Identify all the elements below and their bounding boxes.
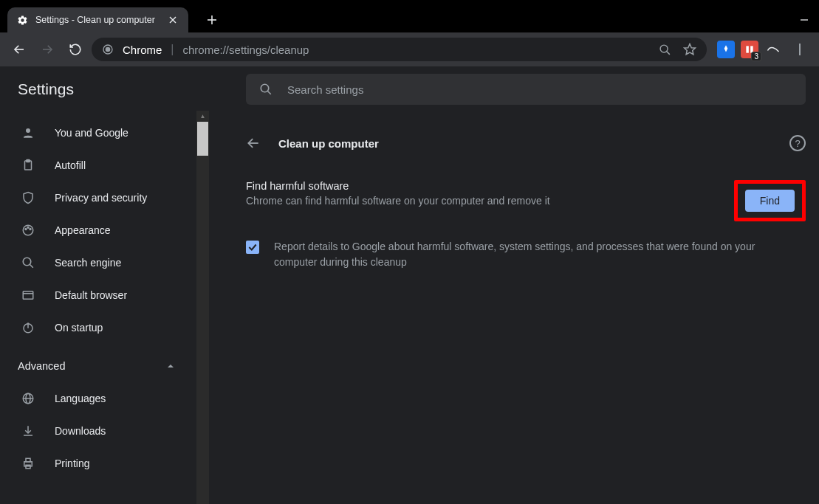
forward-button[interactable] [35,38,59,61]
find-harmful-title: Find harmful software [246,180,719,192]
shield-icon [21,190,35,205]
chrome-page-icon [102,44,114,55]
sidebar-item-label: Search engine [55,257,121,269]
svg-point-37 [261,84,269,92]
sidebar-item-privacy[interactable]: Privacy and security [0,182,209,214]
browser-tab[interactable]: Settings - Clean up computer [7,7,188,32]
back-button[interactable] [7,38,31,61]
globe-icon [21,391,35,406]
sidebar-item-label: Appearance [55,224,111,236]
extension-3-icon[interactable] [764,41,782,58]
power-icon [21,320,35,335]
sidebar-item-appearance[interactable]: Appearance [0,214,209,246]
chevron-up-icon [166,362,175,370]
sidebar-item-label: Printing [55,458,89,469]
sidebar-item-search-engine[interactable]: Search engine [0,246,209,279]
svg-point-22 [23,258,31,266]
palette-icon [21,223,35,238]
report-checkbox-label: Report details to Google about harmful s… [274,239,761,270]
scroll-up-arrow-icon[interactable]: ▲ [197,111,208,122]
svg-marker-11 [685,44,696,55]
find-button-highlight: Find [734,180,806,221]
sidebar-item-default-browser[interactable]: Default browser [0,279,209,311]
search-icon [259,83,273,96]
back-arrow-button[interactable] [246,136,261,151]
scrollbar-thumb[interactable] [197,122,208,156]
window-controls [800,7,819,32]
url-protocol: Chrome [123,44,162,56]
svg-point-21 [30,229,31,230]
download-icon [21,424,35,438]
person-icon [21,125,35,140]
sidebar-item-label: Downloads [55,425,106,437]
sidebar-item-on-startup[interactable]: On startup [0,311,209,344]
sidebar-item-label: You and Google [55,127,128,139]
page-title: Clean up computer [278,137,379,150]
svg-line-10 [667,51,670,54]
printer-icon [21,456,35,471]
new-tab-button[interactable] [202,10,222,30]
svg-rect-35 [26,458,30,462]
svg-point-20 [27,227,29,228]
svg-point-8 [106,47,109,51]
sidebar-item-languages[interactable]: Languages [0,382,209,415]
svg-line-23 [30,264,33,268]
svg-point-19 [25,229,27,230]
help-button[interactable]: ? [789,135,806,151]
settings-search-input[interactable]: Search settings [246,74,806,105]
sidebar-item-autofill[interactable]: Autofill [0,149,209,182]
find-harmful-subtitle: Chrome can find harmful software on your… [246,195,719,207]
extension-1-icon[interactable] [717,41,735,58]
sidebar-item-label: Default browser [55,289,127,301]
find-button[interactable]: Find [745,190,795,212]
svg-marker-28 [168,365,174,367]
report-checkbox-row[interactable]: Report details to Google about harmful s… [246,239,806,270]
svg-rect-24 [23,291,33,300]
svg-line-38 [267,91,271,94]
address-bar[interactable]: Chrome | chrome://settings/cleanup [92,38,707,61]
window-titlebar: Settings - Clean up computer [0,0,819,32]
extension-badge-count: 3 [751,52,761,61]
search-in-page-icon[interactable] [659,44,671,56]
tab-title: Settings - Clean up computer [35,15,155,25]
report-checkbox[interactable] [246,241,259,254]
gear-icon [16,14,28,26]
reload-button[interactable] [64,38,87,61]
sidebar-item-you-and-google[interactable]: You and Google [0,117,209,149]
advanced-label: Advanced [18,360,66,372]
bookmark-star-icon[interactable] [683,43,696,56]
sidebar-item-label: Autofill [55,159,86,171]
sidebar-item-label: Privacy and security [55,192,147,204]
svg-rect-17 [27,160,30,162]
url-divider: | [171,43,174,56]
sidebar-scrollbar[interactable]: ▲ [196,111,209,504]
sidebar-advanced-toggle[interactable]: Advanced [0,350,209,382]
browser-menu-button[interactable] [788,38,812,61]
search-placeholder: Search settings [287,83,363,96]
page-header: Clean up computer ? [246,124,806,162]
browser-toolbar: Chrome | chrome://settings/cleanup 3 [0,32,819,66]
sidebar-header: Settings [0,66,209,112]
settings-main: Search settings Clean up computer ? Find… [209,66,819,504]
find-harmful-row: Find harmful software Chrome can find ha… [246,180,806,221]
svg-point-9 [660,45,668,52]
clipboard-icon [21,158,35,173]
sidebar-item-label: Languages [55,393,106,404]
extensions-area: 3 [717,38,812,61]
close-tab-button[interactable] [166,13,179,27]
sidebar-item-printing[interactable]: Printing [0,447,209,480]
url-path: chrome://settings/cleanup [183,44,309,56]
svg-rect-14 [799,44,801,55]
svg-rect-12 [746,46,749,52]
extension-2-icon[interactable]: 3 [741,41,758,58]
sidebar-item-downloads[interactable]: Downloads [0,415,209,447]
settings-sidebar: Settings You and Google Autofill Privacy… [0,66,209,504]
sidebar-item-label: On startup [55,322,103,334]
svg-point-15 [26,128,30,133]
search-icon [21,255,35,270]
minimize-button[interactable] [800,15,809,24]
browser-window-icon [21,288,35,303]
